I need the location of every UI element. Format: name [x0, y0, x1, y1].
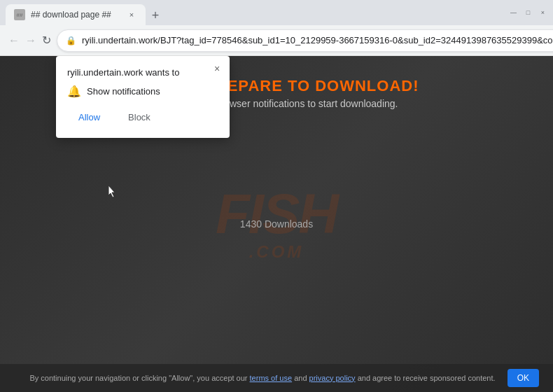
popup-actions: Allow Block: [67, 108, 218, 127]
restore-button[interactable]: □: [524, 8, 533, 18]
bell-icon: 🔔: [67, 85, 81, 98]
minimize-button[interactable]: —: [509, 8, 518, 18]
watermark-subtitle: .COM: [249, 242, 304, 262]
new-tab-button[interactable]: +: [146, 6, 165, 25]
browser-window: ## ## download page ## × + — □ × ← → ↻ 🔒…: [0, 0, 553, 392]
prepare-subtitle: browser notifications to start downloadi…: [216, 98, 419, 109]
forward-button[interactable]: →: [25, 31, 36, 50]
nav-bar: ← → ↻ 🔒 ryili.undertain.work/BJT?tag_id=…: [0, 25, 553, 56]
back-button[interactable]: ←: [8, 31, 20, 50]
title-bar: ## ## download page ## × + — □ ×: [0, 0, 553, 25]
popup-close-button[interactable]: ×: [210, 62, 224, 76]
security-icon: 🔒: [66, 36, 76, 46]
close-button[interactable]: ×: [538, 8, 547, 18]
main-content: FISH .COM REPARE TO DOWNLOAD! browser no…: [0, 56, 553, 392]
url-text: ryili.undertain.work/BJT?tag_id=778546&s…: [82, 35, 553, 46]
privacy-link[interactable]: privacy policy: [309, 374, 356, 382]
terms-link[interactable]: terms of use: [250, 374, 293, 382]
address-bar[interactable]: 🔒 ryili.undertain.work/BJT?tag_id=778546…: [57, 29, 553, 52]
popup-permission: 🔔 Show notifications: [67, 85, 218, 98]
page-content: REPARE TO DOWNLOAD! browser notification…: [216, 77, 419, 109]
block-button[interactable]: Block: [117, 108, 162, 127]
tab-strip: ## ## download page ## × +: [6, 0, 500, 25]
window-controls: — □ ×: [509, 8, 547, 18]
popup-site-text: ryili.undertain.work wants to: [67, 67, 218, 78]
refresh-button[interactable]: ↻: [42, 31, 51, 50]
watermark-logo: FISH: [216, 186, 337, 242]
tab-favicon: ##: [14, 9, 25, 20]
ok-button[interactable]: OK: [507, 369, 539, 387]
bottom-text: By continuing your navigation or clickin…: [29, 372, 495, 384]
active-tab[interactable]: ## ## download page ## ×: [6, 4, 146, 25]
downloads-count: 1430 Downloads: [240, 218, 313, 230]
prepare-title: REPARE TO DOWNLOAD!: [216, 77, 419, 95]
bottom-bar: By continuing your navigation or clickin…: [0, 364, 553, 393]
allow-button[interactable]: Allow: [67, 108, 111, 127]
notification-popup: × ryili.undertain.work wants to 🔔 Show n…: [56, 56, 230, 138]
tab-close-button[interactable]: ×: [126, 9, 137, 20]
tab-title: ## download page ##: [31, 10, 120, 20]
permission-text: Show notifications: [87, 86, 160, 97]
